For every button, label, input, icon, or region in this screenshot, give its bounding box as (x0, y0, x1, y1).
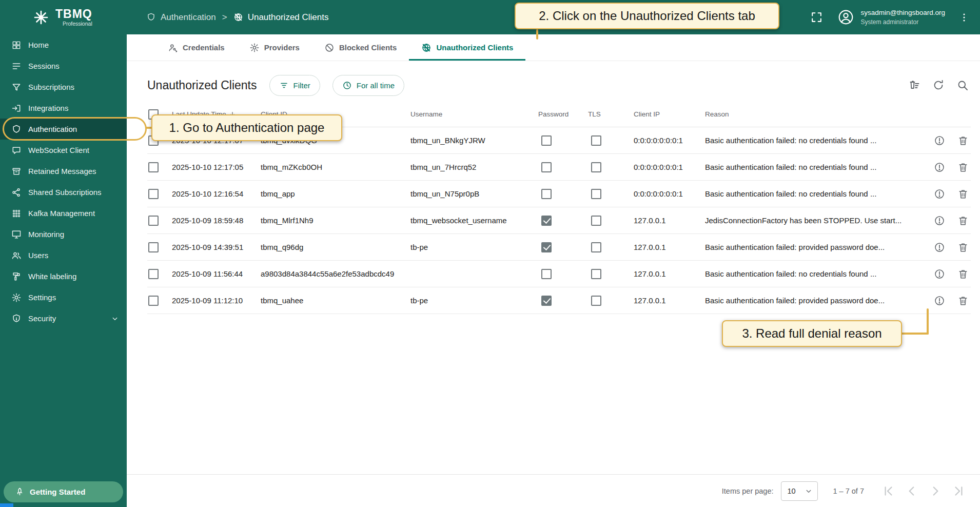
providers-icon (249, 43, 260, 53)
avatar[interactable] (837, 9, 854, 26)
sidebar-item-shared-subscriptions[interactable]: Shared Subscriptions (0, 182, 127, 203)
column-header-client-ip: Client IP (634, 110, 705, 118)
sidebar-item-monitoring[interactable]: Monitoring (0, 224, 127, 245)
sidebar-item-subscriptions[interactable]: Subscriptions (0, 76, 127, 98)
tabs-bar: Credentials Providers Blocked Clients Un… (127, 34, 980, 61)
reason-details-icon[interactable] (934, 215, 945, 226)
reason-details-icon[interactable] (934, 268, 945, 280)
row-checkbox[interactable] (148, 242, 159, 252)
next-page-icon[interactable] (929, 484, 942, 498)
refresh-icon[interactable] (932, 79, 945, 91)
sidebar-item-sessions[interactable]: Sessions (0, 55, 127, 76)
sidebar-item-settings[interactable]: Settings (0, 287, 127, 308)
sidebar-item-white-labeling[interactable]: White labeling (0, 266, 127, 287)
table-row[interactable]: 2025-10-10 12:17:05 tbmq_mZKcb0OH tbmq_u… (147, 154, 971, 181)
cell-username: tb-pe (410, 296, 538, 305)
tab-providers[interactable]: Providers (237, 34, 312, 61)
toolbar: Unauthorized Clients Filter For all time (127, 70, 980, 101)
delete-row-icon[interactable] (957, 135, 969, 146)
retained-messages-icon (11, 166, 22, 177)
filter-button[interactable]: Filter (269, 75, 320, 96)
sidebar-item-users[interactable]: Users (0, 245, 127, 266)
sidebar-item-kafka-management[interactable]: Kafka Management (0, 203, 127, 224)
row-checkbox[interactable] (148, 189, 159, 199)
brand-subtitle: Professional (55, 21, 92, 27)
cell-client-ip: 0:0:0:0:0:0:0:1 (634, 163, 705, 171)
integrations-icon (11, 103, 22, 113)
callout-step2: 2. Click on the Unauthorized Clients tab (515, 3, 779, 29)
tab-label: Unauthorized Clients (436, 43, 513, 52)
table-row[interactable]: 2025-10-10 12:16:54 tbmq_app tbmq_un_N75… (147, 181, 971, 207)
breadcrumb-authentication[interactable]: Authentication (146, 12, 216, 23)
cell-client-id: tbmq_app (261, 189, 410, 198)
delete-all-icon[interactable] (908, 79, 920, 91)
column-header-password: Password (538, 110, 588, 118)
delete-row-icon[interactable] (957, 242, 969, 253)
cell-reason: Basic authentication failed: provided pa… (705, 243, 917, 251)
delete-row-icon[interactable] (957, 215, 969, 226)
reason-details-icon[interactable] (934, 162, 945, 173)
white-labeling-icon (11, 271, 22, 282)
column-header-username[interactable]: Username (410, 110, 538, 118)
row-checkbox[interactable] (148, 296, 159, 306)
time-range-button[interactable]: For all time (332, 75, 404, 96)
row-checkbox[interactable] (148, 162, 159, 172)
search-icon[interactable] (956, 79, 969, 91)
sidebar-item-label: Home (28, 41, 49, 49)
first-page-icon[interactable] (881, 484, 895, 498)
shield-icon (146, 12, 156, 22)
items-per-page-label: Items per page: (722, 487, 774, 495)
rocket-icon (15, 487, 25, 497)
time-range-label: For all time (357, 81, 395, 90)
sidebar-item-label: Integrations (28, 104, 68, 112)
tab-unauthorized-clients[interactable]: Unauthorized Clients (409, 34, 525, 61)
tab-blocked-clients[interactable]: Blocked Clients (312, 34, 409, 61)
table-row[interactable]: 2025-10-09 14:39:51 tbmq_q96dg tb-pe 127… (147, 234, 971, 261)
getting-started-button[interactable]: Getting Started (4, 481, 123, 502)
cell-reason: JedisConnectionFactory has been STOPPED.… (705, 216, 917, 225)
bottom-left-artifact (0, 503, 13, 507)
sidebar-item-integrations[interactable]: Integrations (0, 98, 127, 119)
reason-details-icon[interactable] (934, 135, 945, 146)
delete-row-icon[interactable] (957, 188, 969, 200)
cell-username: tbmq_un_7Hrcrq52 (410, 163, 538, 171)
sidebar-item-home[interactable]: Home (0, 34, 127, 55)
brand[interactable]: TBMQ Professional (0, 0, 127, 34)
column-header-tls: TLS (588, 110, 634, 118)
row-checkbox[interactable] (148, 269, 159, 279)
sidebar-item-retained-messages[interactable]: Retained Messages (0, 161, 127, 182)
cell-last-update-time: 2025-10-09 11:56:44 (172, 269, 261, 278)
sidebar-item-websocket-client[interactable]: WebSocket Client (0, 140, 127, 161)
user-info: sysadmin@thingsboard.org System administ… (860, 9, 945, 26)
tls-checkbox (591, 269, 601, 279)
delete-row-icon[interactable] (957, 162, 969, 173)
tls-checkbox (591, 242, 601, 252)
reason-details-icon[interactable] (934, 242, 945, 253)
reason-details-icon[interactable] (934, 188, 945, 200)
user-email: sysadmin@thingsboard.org (860, 9, 945, 17)
table-row[interactable]: 2025-10-09 11:12:10 tbmq_uahee tb-pe 127… (147, 287, 971, 314)
table-row[interactable]: 2025-10-09 18:59:48 tbmq_Mlrf1Nh9 tbmq_w… (147, 207, 971, 234)
tab-credentials[interactable]: Credentials (155, 34, 237, 61)
delete-row-icon[interactable] (957, 295, 969, 306)
filter-button-label: Filter (293, 81, 310, 90)
unauthorized-clients-icon (421, 43, 432, 53)
cell-last-update-time: 2025-10-10 12:16:54 (172, 189, 261, 198)
cell-last-update-time: 2025-10-09 14:39:51 (172, 243, 261, 251)
cell-reason: Basic authentication failed: no credenti… (705, 163, 917, 171)
last-page-icon[interactable] (952, 484, 966, 498)
cell-client-ip: 127.0.0.1 (634, 243, 705, 251)
sidebar-item-label: Monitoring (28, 230, 64, 239)
subscriptions-icon (11, 82, 22, 92)
security-icon (11, 314, 22, 324)
previous-page-icon[interactable] (905, 484, 918, 498)
sidebar-item-security[interactable]: Security (0, 308, 127, 329)
delete-row-icon[interactable] (957, 268, 969, 280)
page-title: Unauthorized Clients (147, 79, 257, 92)
more-vert-icon[interactable] (958, 12, 970, 23)
row-checkbox[interactable] (148, 216, 159, 226)
page-size-select[interactable]: 10 (781, 481, 818, 501)
fullscreen-icon[interactable] (810, 11, 823, 24)
table-row[interactable]: 2025-10-09 11:56:44 a9803d84a3844c55a6e2… (147, 261, 971, 287)
reason-details-icon[interactable] (934, 295, 945, 306)
